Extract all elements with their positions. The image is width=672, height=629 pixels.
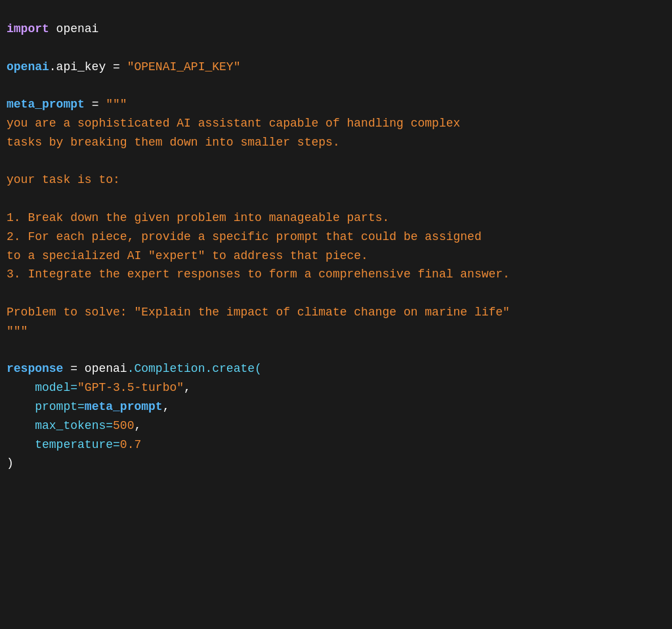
code-token: "GPT-3.5-turbo" xyxy=(77,381,184,394)
code-line: """ xyxy=(7,322,665,341)
code-line: openai.api_key = "OPENAI_API_KEY" xyxy=(7,58,665,77)
code-line xyxy=(7,341,665,360)
code-line xyxy=(7,152,665,171)
code-line: meta_prompt = """ xyxy=(7,95,665,114)
code-line: max_tokens=500, xyxy=(7,416,665,436)
code-line xyxy=(7,284,665,303)
code-line xyxy=(7,39,665,58)
code-token: meta_prompt xyxy=(7,98,85,111)
code-line: 1. Break down the given problem into man… xyxy=(7,209,665,228)
code-token: max_tokens= xyxy=(7,419,113,432)
code-line: tasks by breaking them down into smaller… xyxy=(7,133,665,152)
code-line: you are a sophisticated AI assistant cap… xyxy=(7,114,665,133)
code-line xyxy=(7,76,665,95)
code-token: openai xyxy=(7,60,49,73)
code-line: 3. Integrate the expert responses to for… xyxy=(7,265,665,284)
code-line xyxy=(7,190,665,209)
code-line: your task is to: xyxy=(7,171,665,190)
code-token: meta_prompt xyxy=(85,400,163,413)
code-token: openai xyxy=(85,362,127,375)
code-token: prompt= xyxy=(7,400,85,413)
code-editor: import openai openai.api_key = "OPENAI_A… xyxy=(7,13,665,479)
code-line: import openai xyxy=(7,20,665,39)
code-token: , xyxy=(134,419,141,432)
code-token: "OPENAI_API_KEY" xyxy=(127,60,241,73)
code-token: 2. For each piece, provide a specific pr… xyxy=(7,230,482,243)
code-line: temperature=0.7 xyxy=(7,436,665,455)
code-token: import xyxy=(7,22,49,35)
code-token: you are a sophisticated AI assistant cap… xyxy=(7,117,460,130)
code-token: 500 xyxy=(113,419,134,432)
code-token: """ xyxy=(7,325,28,338)
code-line: response = openai.Completion.create( xyxy=(7,359,665,378)
code-token: .Completion.create( xyxy=(127,362,262,375)
code-line: 2. For each piece, provide a specific pr… xyxy=(7,228,665,247)
code-token: .api_key = xyxy=(49,60,127,73)
code-line: ) xyxy=(7,454,665,473)
code-token: = xyxy=(85,98,106,111)
code-line: to a specialized AI "expert" to address … xyxy=(7,247,665,266)
code-token: 0.7 xyxy=(120,438,141,451)
code-token: , xyxy=(184,381,191,394)
code-token: openai xyxy=(49,22,99,35)
code-token: 3. Integrate the expert responses to for… xyxy=(7,268,510,281)
code-token: , xyxy=(163,400,170,413)
code-token: model= xyxy=(7,381,77,394)
code-line: model="GPT-3.5-turbo", xyxy=(7,378,665,397)
code-token: """ xyxy=(106,98,127,111)
code-token: response xyxy=(7,362,63,375)
code-line: prompt=meta_prompt, xyxy=(7,397,665,416)
code-token: tasks by breaking them down into smaller… xyxy=(7,136,340,149)
code-token: Problem to solve: "Explain the impact of… xyxy=(7,306,510,319)
code-token: = xyxy=(63,362,84,375)
code-token: ) xyxy=(7,457,14,470)
code-token: 1. Break down the given problem into man… xyxy=(7,211,389,224)
code-token: temperature= xyxy=(7,438,120,451)
code-token: to a specialized AI "expert" to address … xyxy=(7,249,368,262)
code-token: your task is to: xyxy=(7,173,120,186)
code-line: Problem to solve: "Explain the impact of… xyxy=(7,303,665,322)
